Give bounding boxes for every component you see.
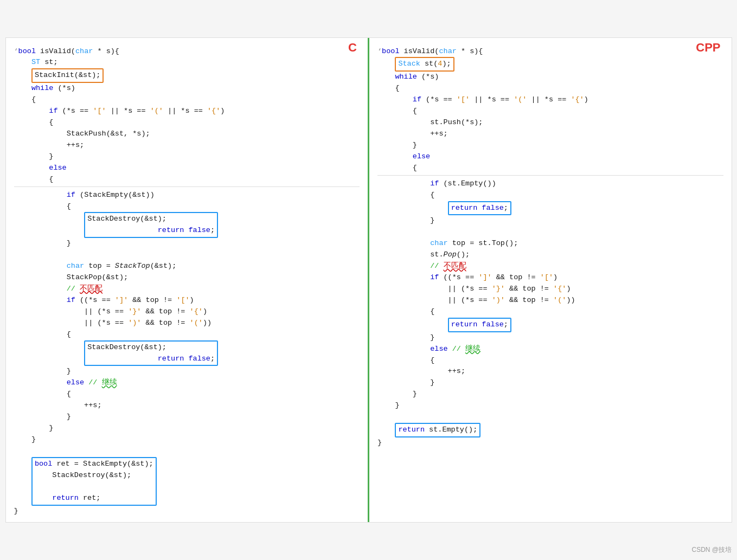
c-code-2: if (StackEmpty(&st)) { StackDestroy(&st)… <box>14 190 360 517</box>
cpp-panel: CPP ‘bool isValid(char * s){ Stack st(4)… <box>369 38 732 523</box>
cpp-code: ‘bool isValid(char * s){ Stack st(4); wh… <box>377 46 723 174</box>
c-title: C <box>348 41 357 55</box>
main-container: C ‘bool isValid(char * s){ ST st; StackI… <box>5 37 732 523</box>
c-panel: C ‘bool isValid(char * s){ ST st; StackI… <box>6 38 370 523</box>
watermark: CSDN @技培 <box>691 545 732 555</box>
cpp-title: CPP <box>696 41 720 55</box>
cpp-code-2: if (st.Empty()) { return false; } char t… <box>377 178 723 449</box>
c-code: ‘bool isValid(char * s){ ST st; StackIni… <box>14 46 360 185</box>
